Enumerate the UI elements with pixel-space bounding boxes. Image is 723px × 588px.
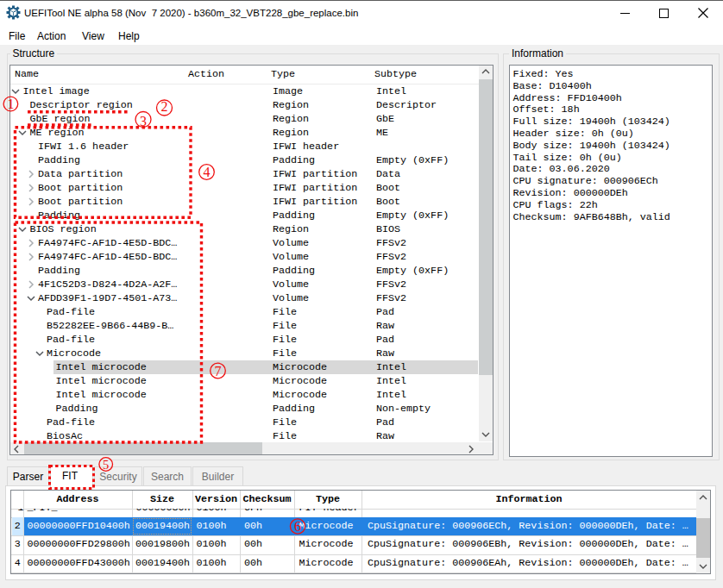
svg-text:2: 2	[161, 99, 168, 114]
svg-text:3: 3	[140, 114, 147, 128]
svg-text:1: 1	[7, 97, 14, 111]
svg-text:7: 7	[215, 364, 222, 378]
svg-text:6: 6	[294, 519, 301, 534]
svg-text:5: 5	[103, 458, 109, 472]
svg-text:4: 4	[204, 165, 211, 179]
